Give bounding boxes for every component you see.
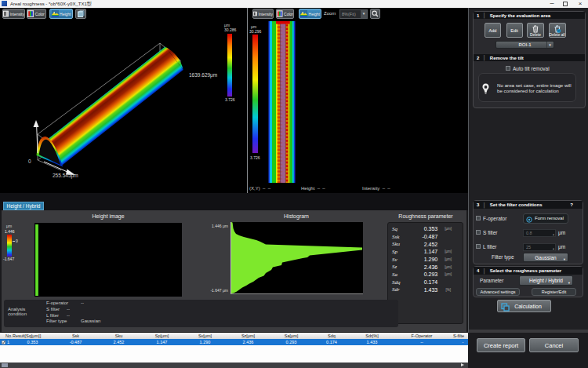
svg-text:255.545μm: 255.545μm <box>53 173 78 179</box>
svg-text:1639.629μm: 1639.629μm <box>189 72 217 78</box>
svg-text:0: 0 <box>28 158 31 164</box>
